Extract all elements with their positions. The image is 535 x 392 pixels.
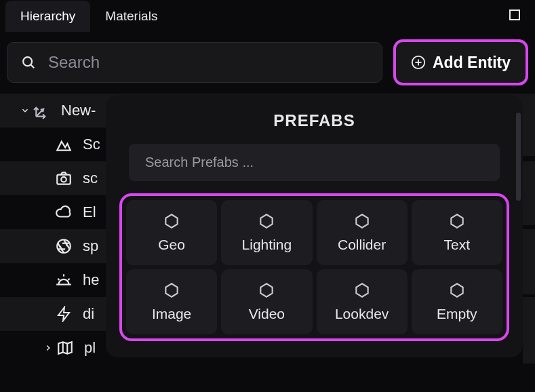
prefab-lighting[interactable]: Lighting [221,200,312,265]
prefab-label: Geo [158,237,185,253]
prefab-empty[interactable]: Empty [412,269,502,334]
tree-row-label: he [83,271,99,289]
prefabs-search[interactable] [129,144,500,181]
prefab-collider[interactable]: Collider [317,200,408,265]
prefab-image[interactable]: Image [126,269,217,334]
svg-rect-5 [57,175,71,184]
tab-bar: Hierarchy Materials [0,0,535,33]
prefab-video[interactable]: Video [221,269,312,334]
svg-marker-23 [261,214,273,228]
add-entity-label: Add Entity [433,54,511,72]
search-box[interactable] [7,42,382,83]
prefab-label: Empty [437,306,477,322]
sunrise-icon [54,271,73,289]
row-stripe [523,330,535,364]
toolbar: Add Entity [0,33,535,92]
scrollbar[interactable] [516,113,521,201]
tree-row-label: di [83,305,94,323]
prefab-label: Lookdev [335,306,389,322]
hexagon-icon [258,212,275,230]
tree-row-label: New- [61,102,96,119]
hexagon-icon [353,281,371,299]
tab-hierarchy[interactable]: Hierarchy [5,1,90,32]
svg-marker-27 [261,283,273,297]
lightning-icon [54,306,73,322]
plus-circle-icon [411,55,426,70]
prefabs-grid-highlight: Geo Lighting Collider Text Image Video [119,193,509,341]
prefab-label: Video [249,306,285,322]
svg-point-0 [23,57,32,66]
prefab-lookdev[interactable]: Lookdev [317,269,408,334]
svg-marker-19 [58,342,72,353]
tree-row-label: pl [84,339,96,357]
row-stripe [523,122,535,156]
hexagon-icon [258,281,275,299]
chevron-down-icon[interactable] [18,106,33,115]
svg-line-1 [31,65,35,68]
prefabs-grid: Geo Lighting Collider Text Image Video [126,200,502,334]
svg-marker-28 [356,283,368,297]
svg-line-16 [58,279,59,280]
tree-row-label: Sc [83,136,100,153]
hexagon-icon [448,212,466,230]
prefab-label: Collider [338,237,386,253]
prefab-geo[interactable]: Geo [126,200,217,265]
hexagon-icon [353,212,371,230]
tree-row-label: sp [83,237,98,255]
mountain-icon [54,136,73,153]
svg-marker-22 [165,214,177,228]
tab-materials[interactable]: Materials [90,1,172,32]
prefab-label: Text [444,237,471,253]
row-stripe [523,191,535,225]
prefab-text[interactable]: Text [412,200,502,265]
prefab-label: Image [152,306,191,322]
prefabs-search-input[interactable] [145,155,483,170]
tree-row-label: sc [83,170,98,187]
tree-row-label: El [83,203,96,221]
svg-marker-24 [356,214,368,228]
hexagon-icon [448,281,466,299]
chevron-right-icon[interactable] [41,343,56,353]
svg-marker-26 [165,283,177,297]
row-stripe [523,260,535,294]
prefabs-popup: PREFABS Geo Lighting Collider Text [106,95,523,357]
add-entity-button[interactable]: Add Entity [393,39,528,85]
map-icon [56,339,75,357]
search-icon [21,55,36,70]
prefab-label: Lighting [242,237,292,253]
prefabs-title: PREFABS [119,111,509,130]
svg-marker-18 [58,307,69,321]
search-input[interactable] [48,53,368,72]
hexagon-icon [163,281,180,299]
hexagon-icon [163,212,180,230]
transform-icon [33,102,52,119]
maximize-icon[interactable] [509,9,520,20]
svg-point-6 [61,177,66,182]
svg-line-17 [68,279,70,280]
svg-marker-25 [451,214,462,228]
cloud-icon [54,203,73,221]
svg-marker-29 [451,283,462,297]
camera-icon [54,170,73,187]
aperture-icon [54,237,73,255]
